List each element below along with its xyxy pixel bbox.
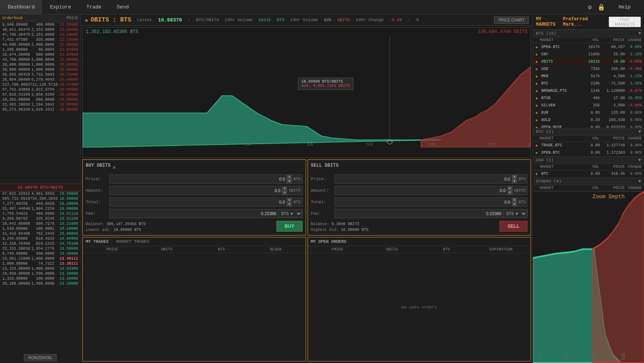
usd-section-arrow[interactable]: ▼: [638, 158, 641, 162]
table-row[interactable]: 13,381.120001,000.000013.38112: [0, 256, 80, 261]
buy-total-label: Total:: [86, 200, 107, 204]
table-row[interactable]: 10,974.50000500.000021.94900: [0, 52, 80, 57]
market-row-open-btc[interactable]: ★OPEN.BTC1637k68,2670.68%: [533, 43, 644, 51]
market-pair-title: OBITS : BTS: [91, 17, 131, 23]
table-row[interactable]: 9,245.85000616.431014.99900: [0, 236, 80, 241]
market-row-open-btc2[interactable]: ★OPEN.BTC0.001.1723030.00%: [533, 149, 644, 156]
market-row-obits[interactable]: ★OBITS1021k16.98-5.65%: [533, 58, 644, 65]
tab-market-trades[interactable]: MARKET TRADES: [116, 239, 149, 244]
table-row[interactable]: 67,022.329124,061.959316.50000: [0, 191, 80, 196]
lock-icon[interactable]: 🔒: [597, 3, 605, 11]
buy-fee-select[interactable]: BTS ▼: [278, 210, 302, 217]
table-row[interactable]: 7,755.54923499.999915.51110: [0, 211, 80, 216]
table-row[interactable]: 18,392.00000968.000019.00000: [0, 97, 80, 102]
market-row-open-muse[interactable]: ★OPEN.MUSE0.000.0333330.00%: [533, 124, 644, 128]
market-row-silver[interactable]: ★SILVER25k2,500-5.66%: [533, 102, 644, 109]
sell-button[interactable]: SELL: [499, 221, 528, 232]
table-row[interactable]: 5,209.00793335.824515.51100: [0, 216, 80, 221]
market-star-icon[interactable]: ★: [85, 16, 88, 24]
market-row-btsr[interactable]: ★BTSR48k17.9026.95%: [533, 94, 644, 102]
table-row[interactable]: 56,693.954292,733.569320.73990: [0, 72, 80, 77]
btc-section-arrow[interactable]: ▼: [638, 129, 641, 134]
buy-fee-input[interactable]: [110, 211, 278, 216]
table-row[interactable]: 44,000.000002,000.000022.00000: [0, 42, 80, 47]
nav-explore[interactable]: Explore: [42, 0, 79, 14]
market-row-brownie[interactable]: ★BROWNIE.PTS114k1.120000-6.67%: [533, 87, 644, 94]
table-row[interactable]: 1,295.0000059.000421.94900: [0, 47, 80, 52]
nav-trade[interactable]: Trade: [79, 0, 109, 14]
chart-title-bar: 1,362,182.45305 BTS 130,694.4704 OBITS: [83, 28, 531, 36]
market-row-eur[interactable]: ★EUR9.95135.000.00%: [533, 109, 644, 116]
table-row[interactable]: 1,320.00000100.000013.20000: [0, 276, 80, 281]
table-row[interactable]: 26,186.900001,999.000013.10000: [0, 281, 80, 286]
table-row[interactable]: 47,796.384702,153.000022.19990: [0, 32, 80, 37]
tab-open-orders[interactable]: MY OPEN ORDERS: [311, 239, 346, 244]
table-row[interactable]: 22,693.180361,194.384218.99990: [0, 102, 80, 107]
sell-fee-select[interactable]: BTS ▼: [503, 210, 527, 217]
table-row[interactable]: 1,000.0000074.732213.38111: [0, 261, 80, 266]
market-row-cny[interactable]: ★CNY1180k25.002.19%: [533, 51, 644, 58]
table-row[interactable]: 7,431.97500335.000022.18500: [0, 37, 80, 42]
table-row[interactable]: 31,907.446401,994.215416.00000: [0, 206, 80, 211]
table-row[interactable]: 7,277.08359449.002616.20000: [0, 201, 80, 206]
table-row[interactable]: 565,723.6918734,286.284316.50000: [0, 196, 80, 201]
others-section-arrow[interactable]: ▼: [638, 179, 641, 184]
table-row[interactable]: 13,333.000001,000.000013.33300: [0, 266, 80, 271]
buy-amount-input[interactable]: [110, 188, 282, 193]
sell-price-up[interactable]: ▲: [512, 174, 517, 179]
table-row[interactable]: 20,809.000001,000.000020.80900: [0, 67, 80, 72]
table-row[interactable]: 19,950.000001,500.000013.30000: [0, 271, 80, 276]
buy-price-input[interactable]: [110, 177, 286, 181]
find-markets-button[interactable]: FIND MARKETS: [609, 17, 641, 27]
settings-icon[interactable]: ⚙: [588, 3, 592, 11]
sell-amount-input[interactable]: [335, 188, 507, 193]
table-row[interactable]: 8,940.00000400.000022.35000: [0, 22, 80, 27]
sell-total-down[interactable]: ▼: [512, 202, 517, 207]
latest-label: Latest: [137, 18, 152, 22]
bts-section-arrow[interactable]: ▼: [638, 31, 641, 36]
table-row[interactable]: 1,510.00000100.000115.10000: [0, 226, 80, 231]
market-row-usd[interactable]: ★USD735k166.00-0.40%: [533, 65, 644, 73]
sell-price-down[interactable]: ▼: [512, 179, 517, 184]
table-row[interactable]: 6,745.00000500.000013.49000: [0, 251, 80, 256]
market-row-btc-usd[interactable]: ★BTC0.00418.450.00%: [533, 170, 644, 177]
nav-send[interactable]: Send: [109, 0, 136, 14]
market-row-btc[interactable]: ★BTC229k71,5001.42%: [533, 80, 644, 87]
buy-total-up[interactable]: ▲: [286, 197, 292, 202]
table-row[interactable]: 227,760.9083711,126.571020.47000: [0, 82, 80, 87]
buy-button[interactable]: BUY: [276, 221, 302, 232]
sell-total-up[interactable]: ▲: [512, 197, 517, 202]
table-row[interactable]: 10,642.86000699.727815.21000: [0, 221, 80, 226]
sell-amount-down[interactable]: ▼: [507, 191, 513, 195]
sell-price-input[interactable]: [335, 177, 512, 181]
buy-price-up[interactable]: ▲: [286, 174, 292, 179]
table-row[interactable]: 11,433.66400762.244215.00000: [0, 231, 80, 236]
buy-total-input[interactable]: [110, 200, 286, 204]
table-row[interactable]: 65,273.961603,626.331218.00000: [0, 107, 80, 112]
buy-total-down[interactable]: ▼: [286, 202, 292, 207]
table-row[interactable]: 12,156.76400824.131514.75100: [0, 241, 80, 246]
market-row-gold[interactable]: ★GOLD0.20203,5300.00%: [533, 116, 644, 124]
table-row[interactable]: 57,018.531992,850.926620.00000: [0, 92, 80, 97]
horizontal-button[interactable]: HORIZONTAL: [24, 354, 57, 361]
buy-amount-up[interactable]: ▲: [282, 186, 287, 191]
table-row[interactable]: 22,331.398391,654.177613.50000: [0, 246, 80, 251]
sell-total-input[interactable]: [335, 200, 512, 204]
price-chart-button[interactable]: PRICE CHART: [494, 17, 529, 24]
sell-amount-up[interactable]: ▲: [507, 186, 513, 191]
table-row[interactable]: 43,760.000002,000.000021.88000: [0, 57, 80, 62]
table-row[interactable]: 57,751.938682,822.675420.46000: [0, 87, 80, 92]
market-row-trade-btc2[interactable]: ★TRADE.BTC0.001.1277490.00%: [533, 142, 644, 149]
table-row[interactable]: 20,890.000001,000.000020.89000: [0, 62, 80, 67]
vol24-label: 24hr Volume: [225, 18, 253, 22]
table-row[interactable]: 48,011.684702,153.000022.29990: [0, 27, 80, 32]
buy-balance-area: Balance: 305,147.20483 BTS Lowest ask: 1…: [86, 220, 303, 232]
tab-my-trades[interactable]: MY TRADES: [86, 239, 108, 244]
nav-help[interactable]: Help: [611, 4, 638, 10]
buy-price-down[interactable]: ▼: [286, 179, 292, 184]
sell-fee-input[interactable]: [335, 211, 503, 216]
table-row[interactable]: 28,664.994096,279.404320.49000: [0, 77, 80, 82]
buy-amount-down[interactable]: ▼: [282, 191, 287, 195]
nav-dashboard[interactable]: Dashboard: [0, 0, 42, 14]
market-row-mkr[interactable]: ★MKR517k4,5001.12%: [533, 73, 644, 80]
